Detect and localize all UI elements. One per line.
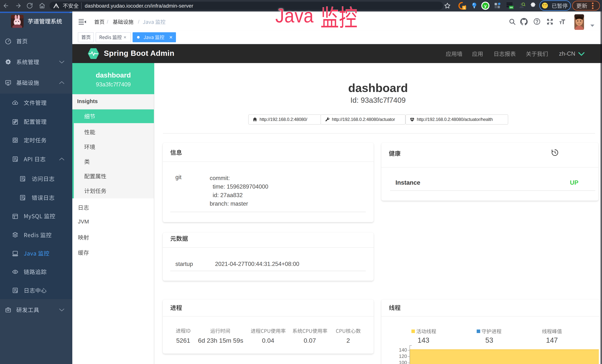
svg-text:y: y (484, 3, 487, 8)
svg-text:1: 1 (463, 6, 465, 10)
svg-text:on: on (510, 6, 513, 9)
